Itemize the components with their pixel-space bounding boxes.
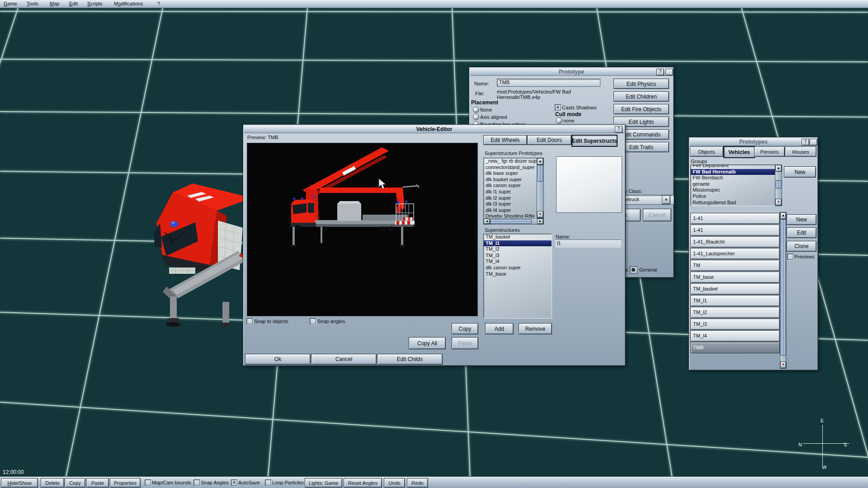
new-button[interactable]: New: [787, 214, 816, 225]
edit-fire-objects-button[interactable]: Edit Fire Objects: [613, 104, 669, 114]
tab-persons[interactable]: Persons: [754, 146, 785, 157]
tab-objects[interactable]: Objects: [690, 146, 723, 157]
vehicle-prototype-list[interactable]: 1-411-411-41_Blaulicht1-41_LautsprecherT…: [690, 213, 780, 357]
list-item[interactable]: Driveby Shooting Rifle: [484, 213, 537, 218]
toolbar-checkbox-loopparticles[interactable]: [265, 479, 271, 486]
scroll-up-icon[interactable]: ▲: [775, 165, 782, 172]
superstructure-prototypes-hscrollbar[interactable]: ◄ ►: [483, 218, 544, 225]
toolbar-button-paste[interactable]: Paste: [86, 478, 109, 488]
prototype-cancel-button[interactable]: Cancel: [643, 209, 671, 221]
list-item[interactable]: dlk canon super: [484, 265, 552, 271]
help-icon[interactable]: ?: [615, 126, 623, 133]
group-new-button[interactable]: New: [784, 166, 816, 178]
edit-children-button[interactable]: Edit Children: [613, 91, 669, 102]
scrollbar-thumb[interactable]: [781, 219, 786, 356]
scroll-left-icon[interactable]: ◄: [484, 219, 490, 224]
groups-list[interactable]: Fire DepartmentFW Bad HerrenalbFW Bernba…: [690, 164, 776, 206]
group-item[interactable]: Fire Department: [691, 164, 775, 169]
vehicle-row[interactable]: TM_l3: [690, 319, 780, 330]
vehicle-row[interactable]: TM_base: [690, 272, 780, 283]
vehicle-row[interactable]: 1-41: [690, 225, 780, 236]
copy-button[interactable]: Copy: [452, 323, 478, 334]
vehicle-row[interactable]: TM: [690, 260, 780, 271]
menu-item-edit[interactable]: Edit: [69, 1, 78, 6]
scroll-up-icon[interactable]: ▲: [537, 158, 543, 165]
tab-edit-superstructs[interactable]: Edit Superstructs: [571, 135, 618, 147]
list-item[interactable]: TM_l2: [484, 246, 552, 253]
vehicle-row[interactable]: 1-41_Blaulicht: [690, 236, 780, 248]
scroll-down-icon[interactable]: ▼: [780, 361, 786, 368]
clone-button[interactable]: Clone: [787, 241, 816, 252]
tab-edit-wheels[interactable]: Edit Wheels: [483, 135, 527, 145]
tab-vehicles[interactable]: Vehicles: [723, 146, 755, 158]
list-item[interactable]: TM_l3: [484, 253, 552, 259]
groups-scrollbar[interactable]: ▲ ▼: [775, 164, 782, 206]
add-button[interactable]: Add: [485, 323, 514, 334]
toolbar-button-undo[interactable]: Undo: [384, 478, 405, 488]
list-item[interactable]: dlk basket super: [484, 177, 537, 183]
help-icon[interactable]: ?: [656, 69, 664, 75]
toolbar-button-copy[interactable]: Copy: [65, 478, 85, 488]
toolbar-button-properties[interactable]: Properties: [110, 478, 141, 488]
help-icon[interactable]: ?: [802, 139, 809, 145]
group-item[interactable]: Rettungsdienst Bad: [691, 200, 775, 206]
list-item[interactable]: TM_l4: [484, 258, 552, 265]
group-item[interactable]: FW Bad Herrenalb: [691, 169, 775, 175]
placement-radio-0[interactable]: [473, 107, 479, 113]
chevron-down-icon[interactable]: ▼: [662, 195, 670, 204]
toolbar-button-lightsgame[interactable]: Lights: Game: [305, 478, 342, 488]
toolbar-button-delete[interactable]: Delete: [41, 478, 64, 488]
group-item[interactable]: Police: [691, 193, 775, 200]
close-icon[interactable]: [665, 69, 673, 75]
vehicle-row[interactable]: TMB: [690, 342, 780, 353]
toolbar-button-resetangles[interactable]: Reset Angles: [344, 478, 382, 488]
superstructure-prototypes-list[interactable]: _new_ fgr rb dozer superconnectorstand_s…: [483, 158, 538, 218]
list-item[interactable]: TM_base: [484, 271, 552, 277]
vehicle-row[interactable]: 1-41_Lautsprecher: [690, 248, 780, 259]
superstructures-list[interactable]: TM_basketTM_l1TM_l2TM_l3TM_l4dlk canon s…: [483, 234, 552, 319]
close-icon[interactable]: [810, 139, 817, 145]
vehicle-row[interactable]: 1-41: [690, 213, 780, 224]
cancel-button[interactable]: Cancel: [311, 354, 377, 365]
edit-button[interactable]: Edit: [787, 227, 816, 238]
scrollbar-thumb[interactable]: [490, 219, 532, 224]
vehicle-preview-viewport[interactable]: [247, 143, 478, 316]
ok-button[interactable]: Ok: [245, 354, 311, 365]
group-item[interactable]: geraete: [691, 181, 775, 188]
scroll-down-icon[interactable]: ▼: [775, 199, 782, 206]
list-item[interactable]: _new_ fgr rb dozer super: [484, 158, 537, 164]
list-item[interactable]: TM_basket: [484, 234, 552, 240]
edit-childs-button[interactable]: Edit Childs: [377, 354, 443, 365]
vehicles-scrollbar[interactable]: ▲ ▼: [780, 212, 787, 369]
copy-all-button[interactable]: Copy All: [409, 337, 446, 349]
list-item[interactable]: TM_l1: [484, 240, 552, 247]
prototype-window-titlebar[interactable]: Prototype: [470, 68, 673, 76]
snap-angles-checkbox[interactable]: [310, 318, 316, 324]
menu-item-scripts[interactable]: Scripts: [87, 1, 103, 6]
prototype-name-input[interactable]: TMB: [497, 79, 600, 87]
scrollbar-thumb[interactable]: [538, 165, 543, 182]
toolbar-button-hideshow[interactable]: Hide/Show: [1, 478, 38, 488]
prototypes-window-titlebar[interactable]: Prototypes: [690, 138, 817, 146]
scroll-up-icon[interactable]: ▲: [780, 212, 786, 219]
vehicle-row[interactable]: TM_basket: [690, 283, 780, 295]
list-item[interactable]: dlk canon super: [484, 183, 537, 189]
scrollbar-thumb[interactable]: [776, 180, 781, 188]
general-radio[interactable]: [630, 266, 637, 274]
remove-button[interactable]: Remove: [519, 323, 552, 334]
list-item[interactable]: connectorstand_super: [484, 164, 537, 171]
group-item[interactable]: FW Bernbach: [691, 175, 775, 181]
list-item[interactable]: dlk l3 super: [484, 201, 537, 207]
vehicle-row[interactable]: TM_l1: [690, 295, 780, 306]
menu-item-tools[interactable]: Tools: [27, 1, 38, 6]
menu-item-modifications[interactable]: Modifications: [114, 1, 143, 6]
tab-houses[interactable]: Houses: [785, 146, 816, 157]
menu-item-[interactable]: ?: [157, 1, 160, 6]
edit-physics-button[interactable]: Edit Physics: [613, 79, 669, 89]
superstructure-prototypes-scrollbar[interactable]: ▲ ▼: [537, 158, 544, 218]
cull-none-radio[interactable]: [556, 117, 562, 124]
list-item[interactable]: dlk l2 super: [484, 195, 537, 202]
menu-item-map[interactable]: Map: [50, 1, 59, 6]
placement-radio-1[interactable]: [473, 114, 479, 120]
scroll-right-icon[interactable]: ►: [537, 219, 543, 224]
